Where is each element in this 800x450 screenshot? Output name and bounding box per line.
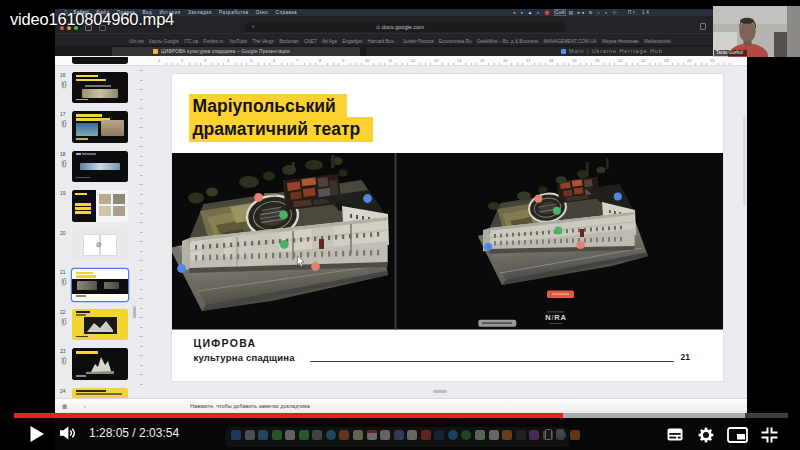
svg-text:N/RA: N/RA [545, 314, 567, 323]
